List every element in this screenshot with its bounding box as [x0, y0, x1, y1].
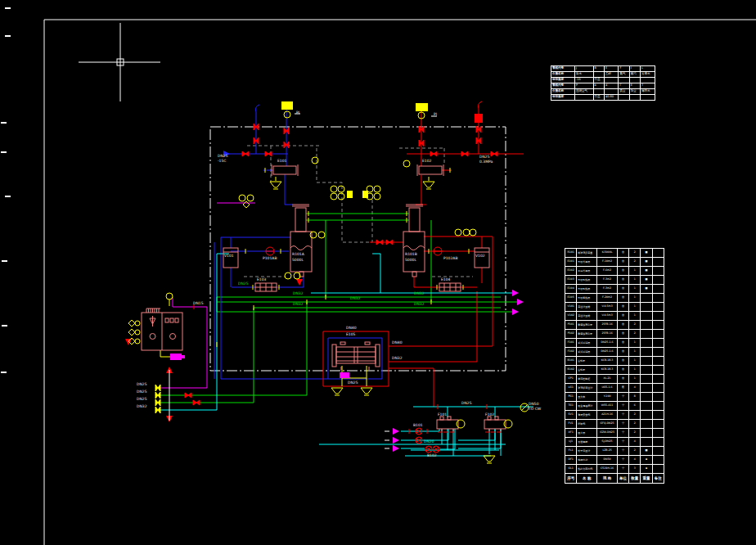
table-cell: I — [629, 66, 640, 72]
table-cell: KCB-18.3 — [597, 366, 618, 375]
table-cell — [652, 375, 664, 384]
table-cell — [641, 393, 652, 402]
table-cell: 台 — [617, 267, 628, 276]
table-row: B101齿轮泵KCB-18.3台1 — [565, 357, 664, 366]
cad-viewport[interactable]: DN25-15CDN250.3MPaPIPIE101E102R101A5000L… — [0, 0, 756, 545]
crosshair-cursor[interactable] — [79, 23, 160, 101]
flow-arrow-icon — [393, 437, 399, 444]
table-cell: 乙醇 — [604, 72, 619, 78]
instrument-bubble-icon — [312, 157, 318, 164]
instrument-bubble-icon — [239, 195, 245, 201]
table-row: 管线代号JBEFIL — [551, 66, 655, 72]
table-cell: 3 — [629, 465, 641, 474]
table-cell: 整流控制柜 — [577, 375, 597, 384]
table-cell: 套 — [617, 384, 628, 393]
table-cell: 个 — [617, 429, 628, 438]
table-cell: E — [629, 83, 640, 89]
table-cell — [641, 312, 652, 321]
instrument-bubble-icon — [403, 160, 410, 167]
table-cell: CP1 — [565, 375, 577, 384]
table-cell: 个 — [617, 402, 628, 411]
table-cell: F-20m2 — [597, 294, 618, 303]
table-cell: ▪ — [641, 456, 652, 465]
table-cell: B101 — [565, 357, 577, 366]
table-cell: d — [604, 83, 619, 89]
table-cell — [652, 276, 664, 285]
header-cell: 单位 — [617, 474, 628, 484]
pipe-label: DN32 — [293, 291, 304, 295]
table-cell: 蒸汽 — [629, 72, 640, 78]
table-cell: 1 — [629, 294, 641, 303]
table-cell: DN50 — [597, 456, 618, 465]
equipment-list-table: R101搪玻璃反应釜K-5000L台2■E101列管冷凝器F-10m2台2■E1… — [565, 248, 664, 484]
pipe-label: DN25 — [137, 382, 147, 386]
table-cell: V-0.5m3 — [597, 312, 618, 321]
table-row: 使用温度常温40-80 — [551, 95, 655, 101]
table-cell: GFQ-DN25 — [597, 420, 618, 429]
table-cell — [652, 420, 664, 429]
margin-mark — [1, 151, 7, 153]
filter-left — [437, 417, 458, 431]
table-cell: 4 — [629, 456, 641, 465]
table-cell: 6 — [629, 402, 641, 411]
condenser-left — [272, 164, 298, 176]
preheater-left — [255, 283, 277, 291]
table-cell — [652, 312, 664, 321]
margin-mark — [5, 196, 11, 197]
table-cell — [641, 420, 652, 429]
pipe-label: R101B — [405, 252, 417, 256]
table-row: CP1整流控制柜XL-21台1 — [565, 375, 664, 384]
table-row: FL1转子流量计LZB-25个2■ — [565, 447, 664, 456]
valve-icon — [430, 151, 437, 156]
pipe-label: DN25 — [461, 401, 472, 405]
table-cell: V101 — [565, 303, 577, 312]
table-cell: 使用温度 — [551, 78, 575, 83]
table-cell: SV1 — [565, 411, 577, 420]
table-cell: 耐腐蚀离心泵 — [577, 321, 597, 330]
table-cell: PG1 — [565, 393, 577, 402]
table-cell: B102 — [565, 366, 577, 375]
pipe-label: P102AB — [443, 256, 457, 260]
valve-icon — [185, 393, 191, 398]
table-cell: UGS-1.6 — [597, 384, 618, 393]
table-row: B102齿轮泵KCB-18.3台1 — [565, 366, 664, 375]
table-row: V101高位计量槽V-0.5m3台1 — [565, 303, 664, 312]
pipe-label: E101 — [277, 159, 287, 163]
table-cell: R101 — [565, 249, 577, 258]
table-cell: 个 — [617, 438, 628, 447]
table-cell: F — [619, 66, 629, 72]
flow-arrow-icon — [125, 339, 132, 345]
valve-icon — [193, 400, 200, 405]
table-cell: E102 — [565, 267, 577, 276]
margin-mark — [5, 7, 11, 9]
diamond-icon — [243, 201, 250, 208]
table-cell: 台 — [617, 276, 628, 285]
table-cell: 台 — [617, 348, 628, 357]
table-cell — [575, 95, 594, 101]
header-cell: 备注 — [652, 474, 664, 484]
table-cell: 真空 — [619, 89, 629, 95]
table-cell: 1 — [629, 312, 641, 321]
legend-table: 管线代号JBEFIL介质名称盐水乙醇氮气蒸汽冷凝水使用温度-15常温管线代号Pb… — [551, 65, 655, 101]
table-row: 介质名称压缩空气真空放空循环水 — [551, 89, 655, 95]
condenser-right — [417, 164, 443, 176]
table-cell: 玻璃板液位计 — [577, 384, 597, 393]
table-cell: 台 — [617, 366, 628, 375]
valve-icon — [386, 240, 393, 245]
table-cell: DF1 — [565, 456, 577, 465]
table-cell: ■ — [641, 285, 652, 294]
pipe-label: DN32 — [392, 356, 403, 360]
table-cell: P101 — [565, 321, 577, 330]
table-cell — [641, 357, 652, 366]
table-cell: ■ — [641, 258, 652, 267]
table-cell: F-3m2 — [597, 285, 618, 294]
preheater-right — [439, 283, 461, 291]
tank-right — [475, 248, 489, 268]
table-cell: Γ — [619, 83, 629, 89]
table-cell: 1 — [629, 366, 641, 375]
table-cell — [629, 95, 640, 101]
table-cell: 台 — [617, 357, 628, 366]
table-cell: 齿轮泵 — [577, 357, 597, 366]
table-row: 管线代号PbdΓE7 — [551, 83, 655, 89]
table-cell — [652, 330, 664, 339]
